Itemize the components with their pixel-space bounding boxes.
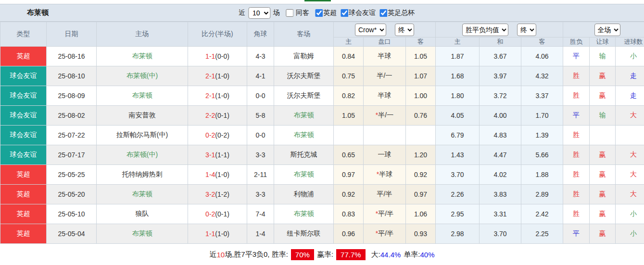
summary-prefix: 近 <box>209 250 216 259</box>
goals-result-cell <box>616 126 644 145</box>
away-team-cell: 斯托克城 <box>274 145 334 165</box>
league-type-badge: 英超 <box>0 47 47 66</box>
home-team-cell: 布莱顿 <box>97 185 188 204</box>
crow-away-odds: 1.20 <box>406 145 436 165</box>
avg-home-odds: 3.70 <box>436 165 480 185</box>
filter-club-friendly-checkbox[interactable] <box>341 9 348 17</box>
result-cell: 平 <box>563 106 590 126</box>
scope-select-group: 全场 <box>563 22 644 38</box>
col-header-corner: 角球 <box>247 22 274 47</box>
bookmaker-stage-select[interactable]: 终 <box>395 24 414 36</box>
recent-count-select[interactable]: 10 <box>248 7 270 19</box>
goals-result-cell: 小 <box>616 204 644 224</box>
home-team: 布莱顿(中) <box>126 151 158 158</box>
header-selects-row: 类型 日期 主场 比分(半场) 角球 客场 Crow* 终 胜平负均值 终 <box>0 22 644 38</box>
col-header-home: 主场 <box>97 22 188 47</box>
handicap-cell: *半/一 <box>364 106 406 126</box>
avg-stage-select[interactable]: 终 <box>517 24 536 36</box>
win-rate-badge: 70% <box>291 249 314 260</box>
filter-fa-cup-checkbox[interactable] <box>379 9 387 17</box>
handicap-cell <box>364 126 406 145</box>
handicap-line: 半球 <box>378 52 391 60</box>
crow-home-odds: 0.82 <box>334 86 364 106</box>
league-type-badge: 英超 <box>0 224 47 244</box>
match-date: 25-08-02 <box>47 106 97 126</box>
handicap-line: 平/半 <box>378 229 393 237</box>
handicap-line: 平/半 <box>378 210 393 217</box>
avg-away-odds: 4.32 <box>521 66 563 86</box>
handicap-line: 一球 <box>378 151 391 158</box>
avg-draw-odds: 4.00 <box>480 106 521 126</box>
full-time-score: 2-2 <box>205 112 215 119</box>
handicap-cell: 一球 <box>364 145 406 165</box>
crow-home-odds: 0.83 <box>334 204 364 224</box>
corner-score: 7-4 <box>247 204 274 224</box>
home-team-cell: 布莱顿 <box>97 224 188 244</box>
league-type-badge: 英超 <box>0 204 47 224</box>
same-away-checkbox[interactable] <box>286 9 293 17</box>
goals-result-cell: 大 <box>616 145 644 165</box>
half-time-score: (0-2) <box>215 131 229 139</box>
away-team-cell: 利物浦 <box>274 185 334 204</box>
avg-away-odds: 1.70 <box>521 106 563 126</box>
handicap-rate-label: 赢率: <box>317 250 333 259</box>
score-cell: 1-4(1-0) <box>188 165 247 185</box>
table-row: 球会友谊 25-08-09 布莱顿 2-1(1-0) 0-0 沃尔夫斯堡 0.8… <box>0 86 644 106</box>
avg-away-odds: 3.37 <box>521 86 563 106</box>
match-date: 25-07-22 <box>47 126 97 145</box>
avg-odds-select-group: 胜平负均值 终 <box>436 22 563 38</box>
handicap-result-cell: 赢 <box>590 86 616 106</box>
handicap-cell: *平/半 <box>364 204 406 224</box>
sub-header-result: 胜负 <box>563 38 590 47</box>
filter-premier-league-checkbox[interactable] <box>315 9 323 17</box>
away-team: 纽卡斯尔联 <box>287 229 321 237</box>
avg-odds-select[interactable]: 胜平负均值 <box>462 24 508 36</box>
avg-away-odds: 4.06 <box>521 47 563 66</box>
table-row: 球会友谊 25-08-10 布莱顿(中) 2-1(1-0) 4-1 沃尔夫斯堡 … <box>0 66 644 86</box>
full-time-score: 3-1 <box>205 151 215 159</box>
away-team-cell: 富勒姆 <box>274 47 334 66</box>
bookmaker-select[interactable]: Crow* <box>355 24 386 36</box>
goals-result-cell: 小 <box>616 224 644 244</box>
goals-result-cell: 走 <box>616 66 644 86</box>
avg-draw-odds: 4.47 <box>480 145 521 165</box>
away-team: 布莱顿 <box>294 170 314 178</box>
handicap-result-cell: 输 <box>590 106 616 126</box>
top-strip <box>0 0 644 4</box>
home-team-cell: 布莱顿(中) <box>97 66 188 86</box>
handicap-result-cell: 赢 <box>590 185 616 204</box>
away-team: 布莱顿 <box>294 111 314 119</box>
scope-select[interactable]: 全场 <box>594 24 620 36</box>
avg-away-odds: 2.89 <box>521 185 563 204</box>
corner-score: 0-0 <box>247 126 274 145</box>
sub-header-avg-home: 主 <box>436 38 480 47</box>
table-row: 球会友谊 25-07-17 布莱顿(中) 3-1(1-1) 3-3 斯托克城 0… <box>0 145 644 165</box>
away-team-cell: 布莱顿 <box>274 106 334 126</box>
handicap-cell: *半球 <box>364 165 406 185</box>
goals-result-cell: 大 <box>616 165 644 185</box>
away-team-cell: 沃尔夫斯堡 <box>274 86 334 106</box>
crow-home-odds: 0.75 <box>334 66 364 86</box>
avg-home-odds: 1.68 <box>436 66 480 86</box>
filter-fa-cup-label: 英足总杯 <box>388 9 415 17</box>
sub-header-avg-away: 客 <box>521 38 563 47</box>
league-type-badge: 球会友谊 <box>0 66 47 86</box>
filter-controls: 近 10 场 同客 英超 球会友谊 英足总杯 <box>237 7 415 19</box>
handicap-result-cell: 赢 <box>590 224 616 244</box>
summary-count: 10 <box>216 251 225 259</box>
same-away-label: 同客 <box>296 9 309 17</box>
full-time-score: 1-1 <box>205 230 215 238</box>
table-row: 英超 25-05-04 布莱顿 1-1(1-0) 1-4 纽卡斯尔联 0.96 … <box>0 224 644 244</box>
score-cell: 2-1(1-0) <box>188 66 247 86</box>
avg-draw-odds: 3.31 <box>480 204 521 224</box>
league-type-badge: 球会友谊 <box>0 86 47 106</box>
avg-away-odds: 1.88 <box>521 165 563 185</box>
col-header-away: 客场 <box>274 22 334 47</box>
table-row: 英超 25-05-25 托特纳姆热刺 1-4(1-0) 2-11 布莱顿 0.9… <box>0 165 644 185</box>
crow-away-odds: 1.05 <box>406 47 436 66</box>
avg-home-odds: 2.26 <box>436 185 480 204</box>
avg-home-odds: 1.87 <box>436 47 480 66</box>
handicap-rate-badge: 77.7% <box>336 249 366 260</box>
crow-home-odds: 0.84 <box>334 47 364 66</box>
avg-away-odds: 1.39 <box>521 126 563 145</box>
